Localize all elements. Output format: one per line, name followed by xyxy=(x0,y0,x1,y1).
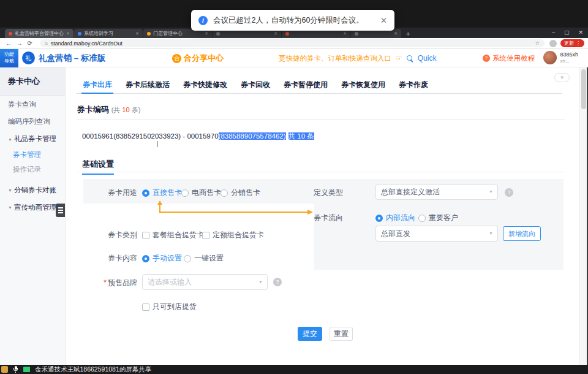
minimize-button[interactable]: – xyxy=(552,28,555,37)
brand-label: *预售品牌 xyxy=(91,278,137,288)
user-menu[interactable]: 8385xh xh... xyxy=(543,51,578,64)
divider xyxy=(77,119,565,120)
browser-profile-avatar[interactable] xyxy=(549,40,557,47)
function-nav-line1: 功能 xyxy=(0,52,18,58)
maximize-button[interactable]: ▢ xyxy=(564,28,570,37)
sidebar-group-distribution-reconciliation[interactable]: ▼分销券卡对账 xyxy=(0,181,65,199)
app-header: 功能 导航 礼 礼盒营销 – 标准版 合 合分享中心 更快捷的券卡、订单和快递查… xyxy=(0,49,588,67)
address-bar[interactable]: ⌂ standard.maboy.cn/CardsOut ☆ xyxy=(40,39,545,47)
toast-close-icon[interactable]: ✕ xyxy=(380,16,387,25)
sidebar-group-label: 分销券卡对账 xyxy=(14,186,56,194)
brand-select[interactable]: 请选择或输入 ▼ xyxy=(142,274,268,290)
sidebar-item-card-management[interactable]: 券卡管理 xyxy=(0,147,65,162)
screenshare-icon xyxy=(23,367,30,372)
sidebar-item-operation-log[interactable]: 操作记录 xyxy=(0,162,65,177)
sidebar-group-label: 宣传动画管理 xyxy=(14,204,56,211)
browser-update-button[interactable]: 更新 ⋮ xyxy=(560,39,584,47)
help-icon[interactable]: ? xyxy=(505,188,513,197)
tab-card-resume[interactable]: 券卡恢复使用 xyxy=(334,77,392,93)
radio-direct-sale[interactable]: 直接售卡 xyxy=(142,188,182,198)
browser-tab-2[interactable]: 系统培训学习 ✕ xyxy=(74,29,143,38)
sidebar-item-code-sequence-query[interactable]: 编码序列查询 xyxy=(0,113,65,130)
tab-card-followup-activation[interactable]: 券卡后续激活 xyxy=(119,77,176,93)
collapse-panel-button[interactable]: » xyxy=(554,73,570,82)
new-tab-button[interactable]: + xyxy=(406,30,410,37)
refresh-icon[interactable]: ⟳ xyxy=(24,40,35,47)
flow-label: 券卡流向 xyxy=(299,213,343,223)
submit-button[interactable]: 提交 xyxy=(298,327,322,341)
meeting-toast: i 会议已超过2人，自动转为60分钟限时会议。 ✕ xyxy=(191,10,394,31)
tab-title: 礼盒营销平台管理中心 xyxy=(15,30,64,37)
share-center-link[interactable]: 合 合分享中心 xyxy=(172,49,224,67)
brand-placeholder: 请选择或输入 xyxy=(148,278,192,286)
flow-select[interactable]: 总部直发 ▼ xyxy=(375,226,498,242)
tab-card-recycle[interactable]: 券卡回收 xyxy=(234,77,277,93)
microphone-icon[interactable] xyxy=(13,366,18,373)
define-type-select[interactable]: 总部直接定义激活 ▼ xyxy=(375,184,498,200)
tab-close-icon[interactable]: ✕ xyxy=(66,31,70,36)
sidebar-item-card-query[interactable]: 券卡查询 xyxy=(0,96,65,113)
info-icon: i xyxy=(198,16,208,25)
hamburger-icon xyxy=(58,207,63,208)
radio-one-click-setup[interactable]: 一键设置 xyxy=(184,253,224,264)
tab-basic-settings[interactable]: 基础设置 xyxy=(82,159,114,175)
triangle-down-icon: ▼ xyxy=(8,188,12,193)
workspace: 券卡中心 券卡查询 编码序列查询 ▲礼品券卡管理 券卡管理 操作记录 ▼分销券卡… xyxy=(0,67,588,365)
tab-close-icon[interactable]: ✕ xyxy=(394,31,398,36)
tutorial-label: 系统使用教程 xyxy=(492,54,535,63)
site-info-icon[interactable]: ⌂ xyxy=(45,40,48,46)
tab-close-icon[interactable]: ✕ xyxy=(205,31,208,36)
divider xyxy=(77,172,565,172)
radio-icon xyxy=(418,215,426,222)
help-icon[interactable]: ? xyxy=(273,278,282,286)
tab-card-suspend[interactable]: 券卡暂停使用 xyxy=(277,77,334,93)
radio-important-customer[interactable]: 重要客户 xyxy=(418,213,458,223)
window-close-button[interactable]: ✕ xyxy=(578,28,583,37)
tutorial-icon: ? xyxy=(483,55,490,62)
quick-search-link[interactable]: Quick xyxy=(418,54,437,63)
checkbox-package-combo-card[interactable]: 套餐组合提货卡 xyxy=(142,230,204,240)
usage-label: 券卡用途 xyxy=(91,188,137,198)
checkbox-fixed-combo-card[interactable]: 定额组合提货卡 xyxy=(202,230,264,240)
screen-share-bar: 金禾通技术王斌18662591081的屏幕共享 xyxy=(0,365,588,374)
forward-icon[interactable]: → xyxy=(14,40,24,47)
scrollbar-thumb[interactable] xyxy=(581,69,586,109)
tab-card-void[interactable]: 券卡作废 xyxy=(392,77,435,93)
define-type-label: 定义类型 xyxy=(299,188,343,198)
scrollbar[interactable] xyxy=(579,67,587,365)
screen-share-text: 金禾通技术王斌18662591081的屏幕共享 xyxy=(35,365,151,374)
tab-card-quick-edit[interactable]: 券卡快捷修改 xyxy=(176,77,234,93)
sidebar-collapse-handle[interactable] xyxy=(56,204,65,217)
content-label: 券卡内容 xyxy=(91,253,137,264)
bookmark-star-icon[interactable]: ☆ xyxy=(535,40,540,46)
tab-favicon xyxy=(147,32,151,36)
search-icon[interactable] xyxy=(407,55,413,62)
tab-close-icon[interactable]: ✕ xyxy=(274,31,277,36)
sidebar-group-gift-card-management[interactable]: ▲礼品券卡管理 xyxy=(0,130,65,147)
back-icon[interactable]: ← xyxy=(4,40,14,47)
checkbox-store-pickup-only[interactable]: 只可到店提货 xyxy=(142,302,197,312)
app-title: 礼盒营销 – 标准版 xyxy=(39,49,106,67)
tab-favicon xyxy=(355,32,358,36)
tutorial-link[interactable]: ? 系统使用教程 xyxy=(483,49,535,67)
function-nav-toggle[interactable]: 功能 导航 xyxy=(0,49,18,67)
update-label: 更新 xyxy=(564,40,574,47)
radio-selected-icon xyxy=(142,255,149,262)
checkbox-icon xyxy=(142,303,149,311)
tab-card-outbound[interactable]: 券卡出库 xyxy=(76,77,119,93)
sidebar-spacer xyxy=(0,177,65,181)
sidebar-title: 券卡中心 xyxy=(0,67,65,96)
radio-distribution-sale[interactable]: 分销售卡 xyxy=(221,188,260,198)
radio-icon xyxy=(184,255,191,262)
tab-favicon xyxy=(216,32,220,36)
browser-tab-1[interactable]: 礼盒营销平台管理中心 ✕ xyxy=(5,29,74,38)
card-code-range[interactable]: 00015961(8385291502033923) - 00015970(83… xyxy=(82,132,314,141)
reset-button[interactable]: 重置 xyxy=(330,327,353,341)
define-type-value: 总部直接定义激活 xyxy=(381,188,440,196)
radio-ecommerce-sale[interactable]: 电商售卡 xyxy=(181,188,221,198)
tab-close-icon[interactable]: ✕ xyxy=(135,31,139,36)
add-flow-button[interactable]: 新增流向 xyxy=(503,226,541,241)
radio-internal-flow[interactable]: 内部流向 xyxy=(375,213,415,223)
tab-close-icon[interactable]: ✕ xyxy=(343,31,347,36)
radio-manual-setup[interactable]: 手动设置 xyxy=(142,253,182,264)
